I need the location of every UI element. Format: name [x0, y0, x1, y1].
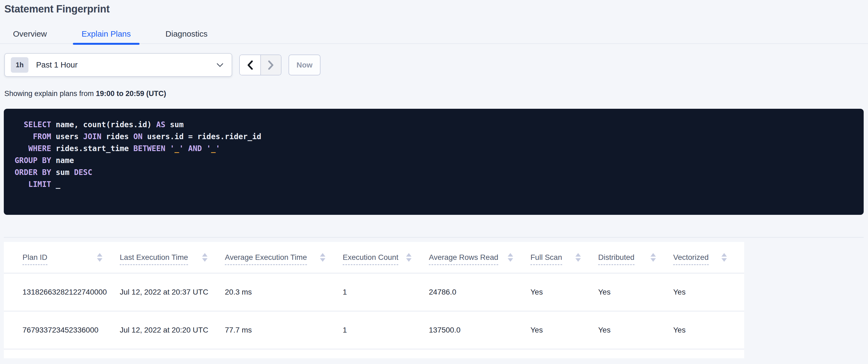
sort-arrows-icon[interactable]	[576, 253, 581, 262]
sql-token-kw: AS	[156, 120, 165, 129]
column-header-vectorized[interactable]: Vectorized	[673, 242, 744, 273]
next-range-button[interactable]	[260, 55, 281, 75]
column-header-distributed[interactable]: Distributed	[598, 242, 673, 273]
statement-fingerprint-page: Statement Fingerprint Overview Explain P…	[0, 0, 868, 364]
table-header-row: Plan IDLast Execution TimeAverage Execut…	[4, 242, 744, 273]
column-header-full-scan[interactable]: Full Scan	[530, 242, 598, 273]
column-header-average-rows-read[interactable]: Average Rows Read	[429, 242, 530, 273]
sql-token-id: users.id = rides.rider_id	[143, 132, 261, 141]
tab-diagnostics[interactable]: Diagnostics	[157, 24, 216, 44]
status-range: 19:00 to 20:59 (UTC)	[96, 89, 166, 97]
sql-token-kw: '	[179, 144, 184, 153]
table-cell: Yes	[673, 273, 744, 311]
sort-up-icon	[97, 253, 102, 257]
column-header-last-execution-time[interactable]: Last Execution Time	[120, 242, 225, 273]
sort-arrows-icon[interactable]	[406, 253, 411, 262]
sort-arrows-icon[interactable]	[320, 253, 326, 262]
table-cell: 1	[343, 273, 429, 311]
sort-arrows-icon[interactable]	[202, 253, 208, 262]
plans-table-card: Plan IDLast Execution TimeAverage Execut…	[4, 242, 744, 358]
sql-token-kw: BETWEEN	[133, 144, 165, 153]
sort-up-icon	[721, 253, 727, 257]
table-cell: Yes	[530, 273, 598, 311]
table-cell: 137500.0	[429, 311, 530, 349]
table-cell: 20.3 ms	[225, 273, 343, 311]
sql-token-id: sum	[165, 120, 183, 129]
sql-line: SELECT name, count(rides.id) AS sum	[14, 119, 853, 131]
time-range-dropdown[interactable]: 1h Past 1 Hour	[4, 53, 232, 77]
chevron-down-icon	[216, 62, 224, 68]
sql-token-kw: GROUP BY	[14, 156, 51, 165]
table-cell: 13182663282122740000	[4, 273, 120, 311]
sql-token-kw: LIMIT	[14, 180, 51, 189]
status-line: Showing explain plans from 19:00 to 20:5…	[4, 89, 166, 98]
sql-statement-box: SELECT name, count(rides.id) AS sum FROM…	[4, 109, 864, 215]
sql-token-kw: JOIN	[83, 132, 101, 141]
time-controls: 1h Past 1 Hour Now	[4, 53, 320, 77]
sort-arrows-icon[interactable]	[97, 253, 102, 262]
sql-token-kw: ON	[133, 132, 143, 141]
sort-down-icon	[650, 258, 656, 262]
sql-token-id: users	[51, 132, 83, 141]
column-label-distributed: Distributed	[598, 253, 634, 265]
sort-down-icon	[721, 258, 727, 262]
sql-line: GROUP BY name	[14, 155, 853, 167]
table-cell: Yes	[598, 273, 673, 311]
sql-token-lit: _	[211, 144, 216, 153]
sort-down-icon	[202, 258, 208, 262]
sort-arrows-icon[interactable]	[721, 253, 727, 262]
column-header-plan-id[interactable]: Plan ID	[4, 242, 120, 273]
table-cell: 1	[343, 311, 429, 349]
sql-token-id	[165, 144, 170, 153]
sort-up-icon	[320, 253, 326, 257]
sql-token-id: name	[51, 156, 74, 165]
sql-token-id: rides	[101, 132, 133, 141]
column-label-average-rows-read: Average Rows Read	[429, 253, 498, 265]
sql-token-id: _	[51, 180, 60, 189]
sql-token-id	[202, 144, 207, 153]
chevron-right-icon	[268, 60, 274, 70]
column-label-vectorized: Vectorized	[673, 253, 709, 265]
tab-explain-plans[interactable]: Explain Plans	[73, 24, 140, 44]
sql-token-kw: SELECT	[14, 120, 51, 129]
sort-up-icon	[576, 253, 581, 257]
prev-range-button[interactable]	[240, 55, 260, 75]
sql-token-kw: AND	[188, 144, 202, 153]
column-label-full-scan: Full Scan	[530, 253, 562, 265]
sort-up-icon	[406, 253, 411, 257]
column-label-last-execution-time: Last Execution Time	[120, 253, 188, 265]
sort-down-icon	[576, 258, 581, 262]
sort-arrows-icon[interactable]	[508, 253, 513, 262]
column-header-execution-count[interactable]: Execution Count	[343, 242, 429, 273]
sort-down-icon	[406, 258, 411, 262]
sql-line: FROM users JOIN rides ON users.id = ride…	[14, 131, 853, 143]
time-range-label: Past 1 Hour	[36, 60, 216, 69]
sql-token-id: sum	[51, 168, 74, 177]
tab-overview[interactable]: Overview	[4, 24, 56, 44]
table-row[interactable]: 13182663282122740000Jul 12, 2022 at 20:3…	[4, 273, 744, 311]
tab-bar: Overview Explain Plans Diagnostics	[0, 24, 868, 44]
sort-down-icon	[97, 258, 102, 262]
table-cell: 77.7 ms	[225, 311, 343, 349]
sql-token-id: name, count(rides.id)	[51, 120, 156, 129]
sort-up-icon	[650, 253, 656, 257]
column-label-plan-id: Plan ID	[23, 253, 48, 265]
table-cell: 767933723452336000	[4, 311, 120, 349]
sql-token-kw: DESC	[74, 168, 92, 177]
status-prefix: Showing explain plans from	[4, 89, 96, 97]
section-divider	[4, 237, 864, 237]
sort-down-icon	[508, 258, 513, 262]
column-label-execution-count: Execution Count	[343, 253, 398, 265]
column-header-average-execution-time[interactable]: Average Execution Time	[225, 242, 343, 273]
sort-up-icon	[508, 253, 513, 257]
now-button[interactable]: Now	[288, 55, 320, 76]
sort-arrows-icon[interactable]	[650, 253, 656, 262]
table-cell: Jul 12, 2022 at 20:20 UTC	[120, 311, 225, 349]
sql-token-lit: _	[175, 144, 179, 153]
table-cell: 24786.0	[429, 273, 530, 311]
sql-token-kw: ORDER BY	[14, 168, 51, 177]
table-cell: Yes	[530, 311, 598, 349]
table-row[interactable]: 767933723452336000Jul 12, 2022 at 20:20 …	[4, 311, 744, 349]
sql-token-kw: FROM	[14, 132, 51, 141]
sql-token-kw: WHERE	[14, 144, 51, 153]
